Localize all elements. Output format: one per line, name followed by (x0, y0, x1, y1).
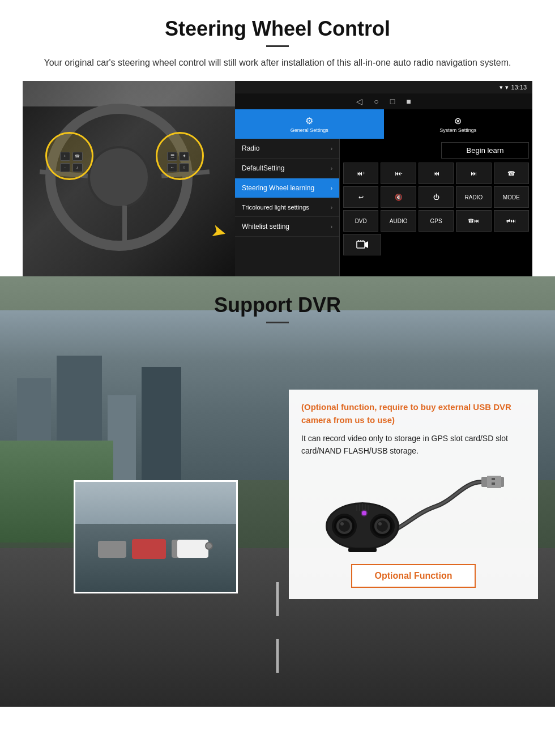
ctrl-radio[interactable]: RADIO (456, 186, 491, 208)
car-1 (98, 541, 126, 558)
steering-wheel-section: Steering Wheel Control Your original car… (0, 0, 555, 276)
ctrl-gps[interactable]: GPS (419, 210, 454, 232)
road-line-1 (276, 582, 279, 616)
btn-menu: ☰ (167, 152, 177, 161)
ctrl-vol-down[interactable]: ⏮- (381, 163, 416, 184)
menu-item-radio[interactable]: Radio › (235, 139, 339, 159)
spoke-bottom (122, 206, 127, 245)
signal-icon: ▾ (500, 84, 503, 91)
title-divider (266, 45, 289, 47)
ctrl-phone[interactable]: ☎ (494, 163, 529, 184)
menu-panel: Radio › DefaultSetting › Steering Wheel … (235, 139, 340, 276)
wheel-hub (88, 146, 150, 208)
svg-rect-8 (492, 482, 495, 485)
ctrl-hangup[interactable]: ↩ (343, 186, 378, 208)
camera-svg (317, 467, 510, 554)
android-screen: + ☎ - ♪ ☰ ✦ ← ○ (23, 81, 532, 276)
home-nav-icon[interactable]: ○ (374, 97, 378, 106)
inset-road-photo (74, 480, 238, 593)
left-btn-row1: + ☎ (60, 152, 83, 161)
steering-wheel: + ☎ - ♪ ☰ ✦ ← ○ (40, 98, 210, 257)
chevron-icon: › (331, 204, 332, 211)
tab-bar: ⚙ General Settings ⊗ System Settings (235, 109, 532, 139)
chevron-icon: › (331, 224, 332, 230)
status-bar: ▾ ▾ 13:13 (235, 81, 532, 93)
btn-music: ♪ (72, 163, 83, 172)
ctrl-mode[interactable]: MODE (494, 186, 529, 208)
left-buttons: + ☎ - ♪ (50, 140, 92, 183)
record-icon (356, 240, 369, 250)
dvr-header: Support DVR (0, 276, 555, 329)
btn-phone: ☎ (72, 152, 83, 161)
ctrl-shuffle[interactable]: ⇄⏭ (494, 210, 529, 232)
ctrl-prev[interactable]: ⏮ (419, 163, 454, 184)
back-nav-icon[interactable]: ◁ (356, 97, 362, 106)
menu-item-light[interactable]: Tricoloured light settings › (235, 198, 339, 217)
ctrl-record[interactable] (343, 234, 381, 255)
ctrl-next[interactable]: ⏭ (456, 163, 491, 184)
road-line-2 (276, 639, 279, 673)
tab-general-settings[interactable]: ⚙ General Settings (235, 109, 384, 139)
svg-point-23 (361, 510, 368, 516)
control-row-2: ↩ 🔇 ⏻ RADIO MODE (343, 186, 529, 208)
ctrl-vol-up[interactable]: ⏮+ (343, 163, 378, 184)
begin-learn-button[interactable]: Begin learn (441, 142, 529, 159)
btn-plus: + (60, 152, 70, 161)
btn-ok: ○ (179, 163, 189, 172)
steering-photo: + ☎ - ♪ ☰ ✦ ← ○ (23, 81, 235, 276)
wifi-icon: ▾ (505, 84, 509, 91)
menu-item-whitelist[interactable]: Whitelist setting › (235, 217, 339, 237)
right-btn-row1: ☰ ✦ (167, 152, 189, 161)
gear-icon: ⚙ (305, 116, 313, 126)
right-buttons: ☰ ✦ ← ○ (157, 140, 199, 183)
svg-point-14 (339, 520, 350, 532)
svg-rect-0 (357, 241, 365, 248)
btn-minus: - (60, 163, 70, 172)
ctrl-dvd[interactable]: DVD (343, 210, 378, 232)
ctrl-mute[interactable]: 🔇 (381, 186, 416, 208)
svg-point-19 (377, 520, 388, 532)
arrow-icon: ➤ (209, 219, 229, 244)
recents-nav-icon[interactable]: □ (390, 97, 395, 106)
ctrl-power[interactable]: ⏻ (419, 186, 454, 208)
right-panel: Begin learn ⏮+ ⏮- ⏮ ⏭ ☎ ↩ (340, 139, 532, 276)
svg-rect-21 (348, 548, 377, 552)
status-icons: ▾ ▾ 13:13 (500, 84, 527, 91)
dvr-title: Support DVR (23, 293, 532, 317)
dvr-card-title: (Optional function, require to buy exter… (301, 401, 526, 426)
menu-nav-icon[interactable]: ■ (406, 97, 411, 106)
begin-learn-row: Begin learn (343, 142, 529, 159)
dvr-title-divider (266, 322, 289, 323)
control-row-1: ⏮+ ⏮- ⏮ ⏭ ☎ (343, 163, 529, 184)
control-row-3: DVD AUDIO GPS ☎⏮ ⇄⏭ (343, 210, 529, 232)
menu-item-steering[interactable]: Steering Wheel learning › (235, 178, 339, 198)
svg-point-20 (378, 522, 382, 526)
dvr-camera-illustration (301, 465, 526, 556)
chevron-icon: › (331, 146, 332, 152)
left-btn-row2: - ♪ (60, 163, 83, 172)
tab-system-settings[interactable]: ⊗ System Settings (384, 109, 533, 139)
control-grid: ⏮+ ⏮- ⏮ ⏭ ☎ ↩ 🔇 ⏻ RADIO MODE (343, 163, 529, 255)
android-ui: ▾ ▾ 13:13 ◁ ○ □ ■ ⚙ General Settings ⊗ (235, 81, 532, 276)
chevron-icon: › (331, 165, 332, 172)
dvr-card-text: It can record video only to storage in G… (301, 432, 526, 458)
system-icon: ⊗ (454, 116, 462, 126)
menu-item-default[interactable]: DefaultSetting › (235, 159, 339, 178)
optional-function-button[interactable]: Optional Function (351, 564, 476, 588)
time-display: 13:13 (511, 84, 527, 91)
ctrl-call-prev[interactable]: ☎⏮ (456, 210, 491, 232)
dvr-section: Support DVR (Optional function, require … (0, 276, 555, 707)
content-area: Radio › DefaultSetting › Steering Wheel … (235, 139, 532, 276)
ctrl-audio[interactable]: AUDIO (381, 210, 416, 232)
svg-rect-7 (492, 478, 495, 480)
suv (177, 540, 208, 558)
control-row-4 (343, 234, 529, 255)
right-btn-row2: ← ○ (167, 163, 189, 172)
chevron-icon: › (331, 185, 332, 191)
sky-bg (75, 482, 236, 527)
car-2 (132, 539, 166, 559)
svg-point-15 (340, 522, 344, 526)
nav-bar: ◁ ○ □ ■ (235, 93, 532, 109)
svg-marker-1 (365, 241, 368, 248)
btn-wheel: ✦ (179, 152, 189, 161)
